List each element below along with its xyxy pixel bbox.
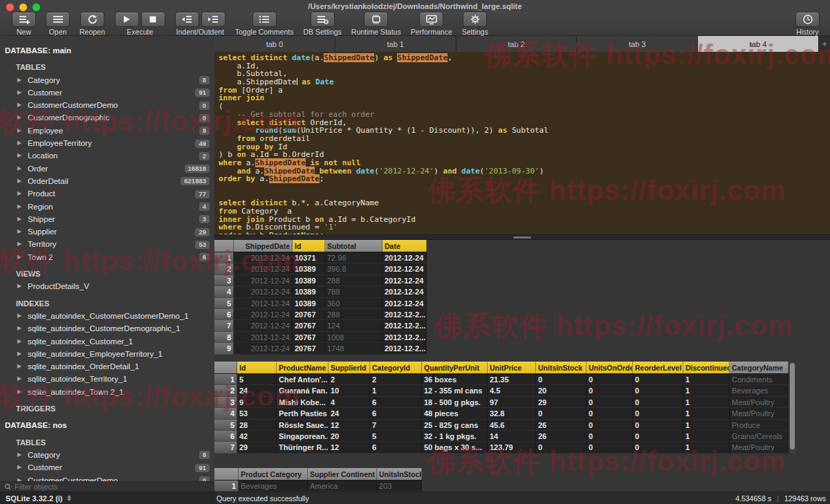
table-cell[interactable]: 10 <box>329 385 370 396</box>
table-cell[interactable]: 28 <box>237 420 277 431</box>
table-cell[interactable]: 45.6 <box>488 420 536 431</box>
table-cell[interactable]: 396.8 <box>325 263 382 274</box>
table-row[interactable]: 32012-12-24103892882012-12-24 <box>214 275 427 286</box>
table-cell[interactable]: Meat/Poultry <box>730 397 788 408</box>
table-cell[interactable]: 288 <box>325 309 382 320</box>
column-header[interactable]: CategoryId <box>370 362 422 374</box>
table-cell[interactable]: Condiments <box>730 374 788 385</box>
row-number[interactable]: 3 <box>214 397 237 408</box>
disclosure-triangle-icon[interactable] <box>17 175 21 187</box>
table-cell[interactable]: 2 <box>329 374 370 385</box>
table-row[interactable]: 15Chef Anton'...2236 boxes21.350001Condi… <box>214 374 788 385</box>
table-cell[interactable]: 10389 <box>293 286 325 297</box>
disclosure-triangle-icon[interactable] <box>17 74 21 86</box>
add-tab-button[interactable]: + <box>819 36 830 52</box>
tab-1[interactable]: tab 1 <box>335 36 456 52</box>
column-header[interactable]: CategoryName <box>730 362 788 374</box>
table-cell[interactable]: Beverages <box>239 480 308 492</box>
sidebar-item-sqlite-autoindex-territory-1[interactable]: sqlite_autoindex_Territory_1 <box>0 373 214 385</box>
table-cell[interactable]: 0 <box>633 374 683 385</box>
table-cell[interactable]: 360 <box>325 298 382 309</box>
sidebar-item-customercustomerdemo[interactable]: CustomerCustomerDemo0 <box>0 474 214 482</box>
table-cell[interactable]: 1 <box>683 420 730 431</box>
table-cell[interactable]: Beverages <box>730 385 788 396</box>
table-cell[interactable]: 1 <box>683 431 730 442</box>
disclosure-triangle-icon[interactable] <box>17 348 21 360</box>
table-cell[interactable]: 788 <box>325 286 382 297</box>
table-cell[interactable]: 21.35 <box>488 374 536 385</box>
table-cell[interactable]: 29 <box>536 397 587 408</box>
disclosure-triangle-icon[interactable] <box>17 162 21 175</box>
sidebar-item-customercustomerdemo[interactable]: CustomerCustomerDemo0 <box>0 99 214 111</box>
table-cell[interactable]: 0 <box>587 397 633 408</box>
table-cell[interactable]: 24 <box>237 385 277 396</box>
performance-button[interactable] <box>419 12 443 27</box>
tab-0[interactable]: tab 0 <box>214 36 335 52</box>
sidebar-item-customerdemographic[interactable]: CustomerDemographic0 <box>0 111 214 124</box>
column-header[interactable]: SupplierId <box>329 362 370 374</box>
table-cell[interactable]: 1 <box>683 397 730 408</box>
table-cell[interactable]: 10389 <box>293 298 325 309</box>
column-header[interactable]: UnitPrice <box>488 362 536 374</box>
tab-2[interactable]: tab 2 <box>456 36 578 52</box>
disclosure-triangle-icon[interactable] <box>17 373 21 385</box>
play-button[interactable] <box>115 12 139 27</box>
disclosure-triangle-icon[interactable] <box>17 225 21 238</box>
disclosure-triangle-icon[interactable] <box>17 449 21 461</box>
table-cell[interactable]: 29 <box>237 442 277 453</box>
table-row[interactable]: 12012-12-241037172.962012-12-24 <box>214 252 427 263</box>
disclosure-triangle-icon[interactable] <box>17 360 21 373</box>
table-cell[interactable]: 0 <box>587 408 633 419</box>
table-cell[interactable]: Chef Anton'... <box>277 374 329 385</box>
table-cell[interactable]: Singaporean... <box>277 431 329 442</box>
row-number[interactable]: 2 <box>214 263 234 274</box>
sidebar-item-sqlite-autoindex-customer-1[interactable]: sqlite_autoindex_Customer_1 <box>0 335 214 348</box>
table-cell[interactable]: 97 <box>488 397 536 408</box>
table-cell[interactable]: 26 <box>536 431 587 442</box>
sidebar-item-order[interactable]: Order16818 <box>0 162 214 175</box>
table-cell[interactable]: 124 <box>325 320 382 331</box>
disclosure-triangle-icon[interactable] <box>17 111 21 124</box>
table-row[interactable]: 453Perth Pasties24648 pieces32.80001Meat… <box>214 408 788 419</box>
disclosure-triangle-icon[interactable] <box>17 124 21 137</box>
table-cell[interactable]: 0 <box>587 385 633 396</box>
table-row[interactable]: 39Mishi Kobe...4618 - 500 g pkgs.9729001… <box>214 397 788 408</box>
table-cell[interactable]: 18 - 500 g pkgs. <box>422 397 488 408</box>
table-cell[interactable]: 20767 <box>293 320 325 331</box>
outdent-button[interactable] <box>175 12 199 27</box>
table-cell[interactable]: 2012-12-24 <box>234 252 293 263</box>
table-row[interactable]: 72012-12-24207671242012-12-2... <box>214 320 427 331</box>
table-cell[interactable]: 2012-12-24 <box>234 343 293 354</box>
row-number[interactable]: 3 <box>214 275 234 286</box>
table-cell[interactable]: 36 boxes <box>422 374 488 385</box>
db-version-selector[interactable]: SQLite 3.32.2 (i) <box>0 492 214 504</box>
table-cell[interactable]: 9 <box>237 397 277 408</box>
sidebar-item-customer[interactable]: Customer91 <box>0 461 214 474</box>
disclosure-triangle-icon[interactable] <box>17 187 21 200</box>
table-cell[interactable]: 7 <box>370 420 422 431</box>
table-cell[interactable]: 50 bags x 30 s... <box>422 442 488 453</box>
column-header[interactable]: Id <box>293 240 325 252</box>
sidebar-item-sqlite-autoindex-employeeterritory-1[interactable]: sqlite_autoindex_EmployeeTerritory_1 <box>0 348 214 360</box>
column-header[interactable]: QuantityPerUnit <box>422 362 488 374</box>
table-cell[interactable]: 2012-12-24 <box>234 298 293 309</box>
row-number[interactable]: 4 <box>214 286 234 297</box>
sidebar-item-sqlite-autoindex-town-2-1[interactable]: sqlite_autoindex_Town 2_1 <box>0 386 214 398</box>
table-cell[interactable]: 42 <box>237 431 277 442</box>
new-doc-button[interactable] <box>12 12 36 27</box>
table-cell[interactable]: 0 <box>633 385 683 396</box>
table-row[interactable]: 642Singaporean...20532 - 1 kg pkgs.14260… <box>214 431 788 442</box>
table-cell[interactable]: 6 <box>370 408 422 419</box>
table-cell[interactable]: 2012-12-24 <box>234 275 293 286</box>
table-cell[interactable]: 5 <box>370 431 422 442</box>
tab-4[interactable]: tab 4 <box>698 36 819 52</box>
gear-button[interactable] <box>463 12 487 27</box>
indent-button[interactable] <box>201 12 225 27</box>
table-cell[interactable]: 2012-12-24 <box>382 275 427 286</box>
table-cell[interactable]: 2012-12-24 <box>234 286 293 297</box>
table-cell[interactable]: Grains/Cereals <box>730 431 788 442</box>
column-header[interactable]: ReorderLevel <box>633 362 683 374</box>
sidebar-item-town-2[interactable]: Town 26 <box>0 251 214 263</box>
table-row[interactable]: 729Thüringer R...12650 bags x 30 s...123… <box>214 442 788 453</box>
table-cell[interactable]: 203 <box>377 480 422 492</box>
